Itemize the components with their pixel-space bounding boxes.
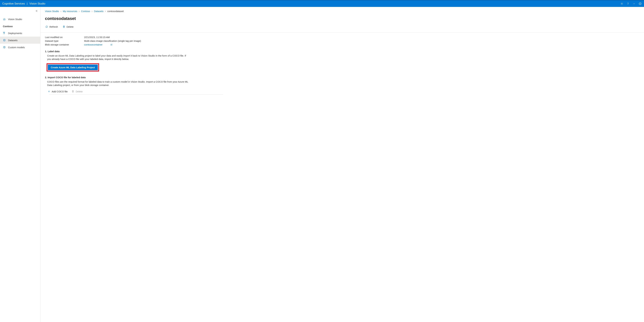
deployments-icon	[3, 32, 6, 35]
breadcrumb-sep: ›	[60, 10, 61, 12]
refresh-icon	[45, 25, 48, 28]
meta-row-last-modified: Last modified on 2/21/2023, 11:53:15 AM	[45, 35, 640, 39]
help-icon[interactable]	[626, 2, 630, 5]
app-name: Vision Studio	[30, 2, 45, 5]
gear-icon[interactable]	[620, 2, 624, 5]
highlight-annotation: Create Azure ML Data Labeling Project	[46, 63, 99, 72]
meta-label: Dataset type	[45, 40, 84, 42]
main-content: Vision Studio › My resources › Contoso ›…	[40, 7, 644, 322]
add-coco-label: Add COCO file	[52, 90, 68, 93]
container-link-text: contosocontainer	[84, 43, 102, 46]
create-azure-ml-button[interactable]: Create Azure ML Data Labeling Project	[48, 65, 98, 70]
svg-point-2	[639, 3, 641, 5]
trash-icon	[62, 25, 65, 28]
svg-rect-6	[4, 32, 5, 33]
top-bar: Cognitive Services | Vision Studio	[0, 0, 644, 7]
page-title: contosodataset	[45, 16, 640, 21]
svg-point-7	[4, 39, 5, 40]
feedback-smiley-icon[interactable]	[638, 2, 642, 5]
breadcrumb-sep: ›	[92, 10, 92, 12]
top-bar-title: Cognitive Services | Vision Studio	[2, 2, 45, 5]
container-link[interactable]: contosocontainer	[84, 43, 112, 46]
svg-point-0	[622, 3, 622, 4]
sidebar-home[interactable]: Vision Studio	[0, 16, 40, 23]
sidebar-resource-label: Contoso	[0, 23, 40, 30]
top-bar-actions	[620, 2, 642, 5]
svg-point-1	[628, 4, 628, 5]
meta-row-dataset-type: Dataset type Multi-class image classific…	[45, 39, 640, 43]
toolbar: Refresh Delete	[45, 25, 640, 29]
breadcrumb-link[interactable]: Vision Studio	[45, 10, 59, 13]
refresh-button[interactable]: Refresh	[45, 25, 58, 29]
section-2-heading: 2. Import COCO file for labeled data	[45, 76, 640, 79]
delete-coco-button: Delete	[71, 89, 83, 94]
meta-label: Blob storage container	[45, 43, 84, 46]
breadcrumb: Vision Studio › My resources › Contoso ›…	[45, 10, 640, 13]
metadata-table: Last modified on 2/21/2023, 11:53:15 AM …	[45, 35, 640, 47]
breadcrumb-link[interactable]: Contoso	[81, 10, 90, 13]
delete-label: Delete	[67, 25, 74, 28]
sidebar-home-label: Vision Studio	[8, 18, 22, 21]
plus-icon	[48, 90, 50, 93]
breadcrumb-link[interactable]: Datasets	[94, 10, 104, 13]
home-icon	[3, 18, 6, 21]
sidebar-item-label: Deployments	[8, 32, 22, 35]
delete-coco-label: Delete	[76, 90, 82, 93]
title-divider: |	[27, 2, 28, 5]
breadcrumb-link[interactable]: My resources	[63, 10, 77, 13]
datasets-icon	[3, 39, 6, 42]
sidebar-item-deployments[interactable]: Deployments	[0, 30, 40, 37]
svg-rect-5	[3, 32, 4, 33]
external-link-icon	[110, 44, 112, 46]
add-coco-file-button[interactable]: Add COCO file	[47, 89, 68, 94]
custom-models-icon	[3, 46, 6, 49]
collapse-sidebar-icon[interactable]	[36, 10, 38, 13]
sidebar: Vision Studio Contoso Deployments Datase…	[0, 7, 40, 322]
coco-toolbar: Add COCO file Delete	[47, 89, 640, 94]
breadcrumb-sep: ›	[79, 10, 80, 12]
sidebar-item-custom-models[interactable]: Custom models	[0, 44, 40, 51]
service-name: Cognitive Services	[2, 2, 25, 5]
divider	[40, 32, 644, 33]
refresh-label: Refresh	[50, 25, 58, 28]
breadcrumb-current: contosodataset	[107, 10, 124, 13]
meta-value: 2/21/2023, 11:53:15 AM	[84, 36, 110, 39]
sidebar-item-datasets[interactable]: Datasets	[0, 37, 40, 44]
delete-button[interactable]: Delete	[62, 25, 74, 29]
meta-value: Multi-class image classification (single…	[84, 40, 141, 42]
sidebar-item-label: Datasets	[8, 39, 18, 42]
trash-icon	[72, 90, 74, 93]
meta-label: Last modified on	[45, 36, 84, 39]
chevron-down-icon[interactable]	[632, 2, 636, 5]
meta-row-container: Blob storage container contosocontainer	[45, 43, 640, 47]
section-1-heading: 1. Label data	[45, 50, 640, 53]
sidebar-item-label: Custom models	[8, 46, 25, 49]
section-2-desc: COCO files are the required format for l…	[47, 80, 188, 87]
section-1-desc: Create an Azure ML Data Labeling project…	[47, 54, 188, 61]
breadcrumb-sep: ›	[105, 10, 106, 12]
